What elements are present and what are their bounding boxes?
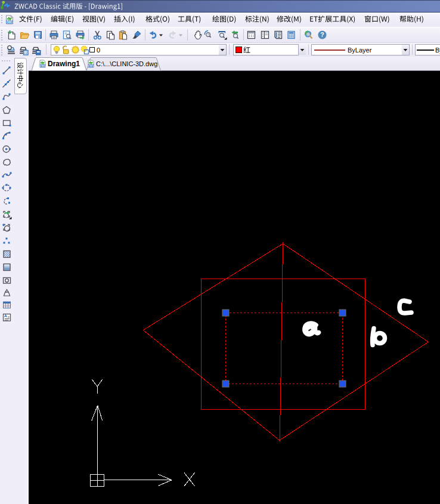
svg-text:DWG: DWG: [88, 64, 94, 67]
svg-text:?: ?: [320, 31, 324, 38]
svg-text:DWG: DWG: [39, 64, 46, 67]
svg-text:DWG: DWG: [6, 21, 13, 24]
